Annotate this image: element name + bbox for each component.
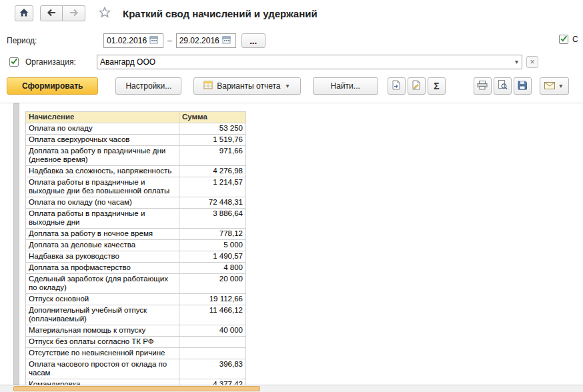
accrual-name-cell[interactable]: Оплата по окладу xyxy=(26,123,179,135)
horizontal-scrollbar-thumb[interactable] xyxy=(13,386,260,391)
home-button[interactable] xyxy=(15,5,33,21)
table-row: Отпуск без оплаты согласно ТК РФ xyxy=(26,337,246,348)
accrual-sum-cell[interactable]: 396,83 xyxy=(179,359,246,379)
accrual-sum-cell[interactable]: 778,12 xyxy=(179,229,246,240)
calendar-icon[interactable] xyxy=(149,35,158,46)
accrual-name-cell[interactable]: Оплата часового простоя от оклада по час… xyxy=(26,359,179,379)
accrual-name-cell[interactable]: Оплата работы в праздничные и выходные д… xyxy=(26,177,179,197)
accrual-name-cell[interactable]: Материальная помощь к отпуску xyxy=(26,325,179,337)
organization-label: Организация: xyxy=(25,57,97,67)
column-header-sum[interactable]: Сумма xyxy=(179,112,246,123)
accrual-sum-cell[interactable] xyxy=(179,337,246,348)
back-button[interactable] xyxy=(40,5,63,21)
report-table: Начисление Сумма Оплата по окладу 53 250… xyxy=(25,111,246,385)
accrual-name-cell[interactable]: Надбавка за сложность, напряженность xyxy=(26,166,179,177)
chevron-down-icon: ▾ xyxy=(285,83,291,89)
preview-icon xyxy=(498,80,508,92)
period-label: Период: xyxy=(7,36,103,45)
table-row: Доплата за профмастерство 4 800 xyxy=(26,263,246,274)
printer-icon xyxy=(477,81,488,92)
accrual-name-cell[interactable]: Оплата сверхурочных часов xyxy=(26,135,179,146)
organization-clear-button[interactable]: × xyxy=(526,56,538,68)
period-to-input[interactable] xyxy=(179,36,222,45)
period-to-field xyxy=(176,33,236,48)
column-header-accrual[interactable]: Начисление xyxy=(26,112,179,123)
print-button[interactable] xyxy=(474,77,492,95)
accrual-sum-cell[interactable] xyxy=(179,348,246,359)
horizontal-scrollbar[interactable] xyxy=(0,385,583,392)
accrual-sum-cell[interactable]: 1 519,76 xyxy=(179,135,246,146)
accrual-sum-cell[interactable]: 4 276,98 xyxy=(179,166,246,177)
accrual-name-cell[interactable]: Оплата работы в праздничные и выходные д… xyxy=(26,209,179,229)
table-row: Надбавка за сложность, напряженность 4 2… xyxy=(26,166,246,177)
table-row: Оплата по окладу (по часам) 72 448,31 xyxy=(26,197,246,209)
period-more-button[interactable]: ... xyxy=(241,33,265,48)
chevron-down-icon[interactable]: ▾ xyxy=(514,59,520,65)
accrual-sum-cell[interactable]: 4 800 xyxy=(179,263,246,274)
copy-result-button[interactable] xyxy=(388,77,406,95)
table-row: Надбавка за руководство 1 490,57 xyxy=(26,251,246,263)
accrual-name-cell[interactable]: Доплата за деловые качества xyxy=(26,240,179,251)
organization-row: Организация: ▾ × xyxy=(0,53,583,71)
table-row: Оплата сверхурочных часов 1 519,76 xyxy=(26,135,246,146)
table-row: Доплата за работу в праздничные дни (дне… xyxy=(26,146,246,166)
find-button[interactable]: Найти... xyxy=(313,77,378,95)
accrual-sum-cell[interactable]: 1 490,57 xyxy=(179,251,246,263)
period-row: Период: – ... С xyxy=(0,32,583,49)
accrual-name-cell[interactable]: Дополнительный учебный отпуск (оплачивае… xyxy=(26,305,179,325)
settings-button[interactable]: Настройки... xyxy=(115,77,181,95)
table-row: Доплата за работу в ночное время 778,12 xyxy=(26,229,246,240)
accrual-sum-cell[interactable]: 1 214,57 xyxy=(179,177,246,197)
arrow-right-icon xyxy=(69,9,79,19)
accrual-sum-cell[interactable]: 53 250 xyxy=(179,123,246,135)
accrual-sum-cell[interactable]: 20 000 xyxy=(179,274,246,294)
accrual-name-cell[interactable]: Доплата за профмастерство xyxy=(26,263,179,274)
accrual-sum-cell[interactable]: 11 466,12 xyxy=(179,305,246,325)
favorites-star-button[interactable] xyxy=(99,7,111,20)
report-variants-button[interactable]: Варианты отчета ▾ xyxy=(193,77,300,95)
accrual-name-cell[interactable]: Доплата за работу в праздничные дни (дне… xyxy=(26,146,179,166)
send-email-button[interactable]: ▾ xyxy=(540,77,569,95)
report-window: Краткий свод начислений и удержаний Пери… xyxy=(0,0,583,392)
forward-button[interactable] xyxy=(63,5,85,21)
checkmark-icon xyxy=(560,35,568,44)
grouping-margin-strip[interactable] xyxy=(13,103,19,385)
accrual-name-cell[interactable]: Доплата за работу в ночное время xyxy=(26,229,179,240)
accrual-sum-cell[interactable]: 19 112,66 xyxy=(179,294,246,305)
document-arrow-icon xyxy=(392,80,401,92)
organization-input[interactable] xyxy=(100,57,514,67)
generate-report-button[interactable]: Сформировать xyxy=(7,77,98,95)
organization-field: ▾ xyxy=(97,55,522,69)
accrual-sum-cell[interactable]: 3 886,64 xyxy=(179,209,246,229)
print-preview-button[interactable] xyxy=(494,77,512,95)
calendar-icon[interactable] xyxy=(222,35,231,46)
period-separator: – xyxy=(167,36,172,45)
accrual-name-cell[interactable]: Отпуск без оплаты согласно ТК РФ xyxy=(26,337,179,348)
organization-checkbox[interactable] xyxy=(9,57,19,67)
accrual-name-cell[interactable]: Оплата по окладу (по часам) xyxy=(26,197,179,209)
accrual-name-cell[interactable]: Сдельный заработок (для работающих по ок… xyxy=(26,274,179,294)
sigma-icon: Σ xyxy=(434,81,439,91)
accrual-name-cell[interactable]: Отсутствие по невыясненной причине xyxy=(26,348,179,359)
chevron-down-icon: ▾ xyxy=(558,83,564,89)
accrual-sum-cell[interactable]: 4 377,42 xyxy=(179,379,246,385)
accrual-name-cell[interactable]: Надбавка за руководство xyxy=(26,251,179,263)
totals-sigma-button[interactable]: Σ xyxy=(428,77,446,95)
period-from-input[interactable] xyxy=(107,36,149,45)
star-icon xyxy=(99,10,111,20)
accrual-sum-cell[interactable]: 971,66 xyxy=(179,146,246,166)
accrual-name-cell[interactable]: Командировка xyxy=(26,379,179,385)
save-button[interactable] xyxy=(514,77,532,95)
right-option-label: С xyxy=(572,35,578,44)
right-option-checkbox[interactable] xyxy=(559,35,568,44)
table-row: Доплата за деловые качества 5 000 xyxy=(26,240,246,251)
accrual-sum-cell[interactable]: 72 448,31 xyxy=(179,197,246,209)
accrual-name-cell[interactable]: Отпуск основной xyxy=(26,294,179,305)
paste-result-button[interactable] xyxy=(408,77,426,95)
accrual-sum-cell[interactable]: 40 000 xyxy=(179,325,246,337)
table-row: Отпуск основной 19 112,66 xyxy=(26,294,246,305)
period-from-field xyxy=(103,33,163,48)
accrual-sum-cell[interactable]: 5 000 xyxy=(179,240,246,251)
report-table-body: Оплата по окладу 53 250 Оплата сверхуроч… xyxy=(26,123,246,385)
report-variants-label: Варианты отчета xyxy=(217,81,280,91)
